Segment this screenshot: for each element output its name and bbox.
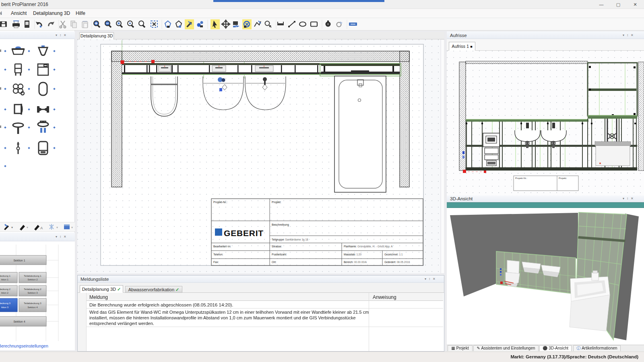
svg-text:deckung 2: deckung 2 xyxy=(0,288,11,290)
svg-text:Sektion 1: Sektion 1 xyxy=(13,259,25,262)
svg-text:▾: ▾ xyxy=(27,226,28,229)
svg-text:Projekt-Nr.:: Projekt-Nr.: xyxy=(515,177,527,179)
svg-text:▾: ▾ xyxy=(56,226,58,229)
svg-text:ktion 2: ktion 2 xyxy=(1,292,8,294)
svg-text:ktion 1: ktion 1 xyxy=(1,278,8,281)
svg-text:GEBERIT: GEBERIT xyxy=(224,228,264,238)
svg-text:Sektion 3: Sektion 3 xyxy=(27,292,38,294)
svg-text:Projekt:: Projekt: xyxy=(559,177,567,179)
svg-text:A: A xyxy=(40,226,43,230)
svg-text:Teilabdeckung 1: Teilabdeckung 1 xyxy=(24,275,41,277)
svg-text:Projekt-Nr.:: Projekt-Nr.: xyxy=(213,201,227,204)
svg-text:Gezeichnet: 1:1: Gezeichnet: 1:1 xyxy=(384,253,403,256)
svg-text:Strasse:: Strasse: xyxy=(272,245,282,248)
svg-text:Bearbeiter/-in:: Bearbeiter/-in: xyxy=(213,245,231,248)
svg-text:Bereich: 00.00.00/A: Bereich: 00.00.00/A xyxy=(344,261,367,263)
svg-text:Ort:: Ort: xyxy=(272,261,277,263)
svg-text:Sektion 4: Sektion 4 xyxy=(13,320,25,323)
svg-text:▾: ▾ xyxy=(71,226,73,229)
svg-text:Geändert: 08.05.2016: Geändert: 08.05.2016 xyxy=(384,261,410,263)
svg-text:Fax:: Fax: xyxy=(213,261,219,263)
svg-text:Teilabdeckung 2: Teilabdeckung 2 xyxy=(24,288,41,290)
svg-text:Sektion 4: Sektion 4 xyxy=(27,306,38,309)
svg-text:Berechnungseinstellungen: Berechnungseinstellungen xyxy=(0,343,48,348)
svg-text:Sektion 2: Sektion 2 xyxy=(27,278,38,281)
svg-text:Teilabdeckung 3: Teilabdeckung 3 xyxy=(24,302,41,304)
svg-text:Postleitzahl:: Postleitzahl: xyxy=(272,253,287,256)
svg-text:deckung 3: deckung 3 xyxy=(0,302,11,304)
svg-text:Telefon:: Telefon: xyxy=(213,253,223,256)
svg-text:Massstab: 1:20: Massstab: 1:20 xyxy=(344,253,361,256)
svg-text:ktion 3: ktion 3 xyxy=(1,306,8,309)
svg-text:Beschreibung: Beschreibung xyxy=(272,223,289,226)
svg-text:▾: ▾ xyxy=(11,226,13,229)
svg-text:deckung 1: deckung 1 xyxy=(0,275,11,277)
svg-text:PlanName: Grundplatte, H. - Gr: PlanName: Grundplatte, H. - Großf.App. A xyxy=(344,245,393,248)
svg-text:Teilgruppe: Sanitärräume 1g 18: Teilgruppe: Sanitärräume 1g 18 xyxy=(272,238,308,241)
svg-text:Projekt:: Projekt: xyxy=(272,201,281,204)
